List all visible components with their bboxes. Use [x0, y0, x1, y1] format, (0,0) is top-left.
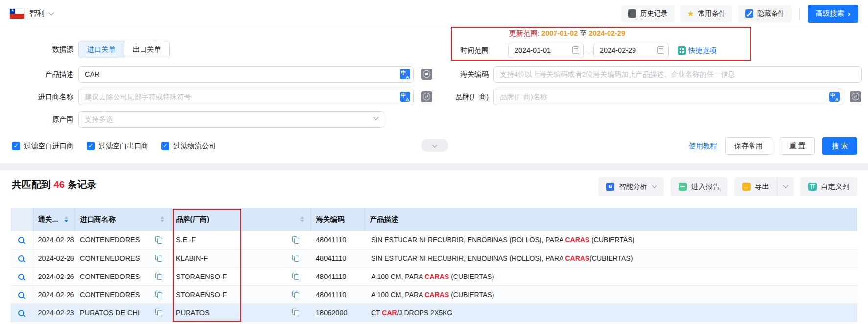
search-icon[interactable]	[18, 236, 26, 245]
copy-icon[interactable]	[155, 273, 162, 280]
table-row[interactable]: 2024-02-28CONTENEDORESKLABIN-F48041110SI…	[11, 249, 857, 267]
date-to-field	[593, 43, 669, 58]
sort-icon[interactable]	[160, 216, 164, 223]
keyword-highlight: CARAS	[424, 291, 449, 299]
brand-label: 品牌(厂商)	[430, 93, 489, 102]
translate-icon[interactable]: 中A	[400, 69, 410, 79]
tab-export-declaration[interactable]: 出口关单	[124, 41, 169, 58]
cell-product-desc: CT CAR/J DROPS 2X5KG	[365, 303, 857, 322]
checkbox-filter-blank-importer[interactable]: ✓ 过滤空白进口商	[12, 141, 74, 151]
exclude-toggle-icon[interactable]: ⇄	[850, 91, 861, 102]
collapse-filters-button[interactable]	[421, 139, 448, 152]
cell-date: 2024-02-23	[33, 303, 75, 322]
enter-report-button[interactable]: 进入报告	[671, 177, 727, 196]
column-header-importer[interactable]: 进口商名称	[75, 208, 171, 231]
importer-input[interactable]	[78, 89, 414, 105]
search-button[interactable]: 搜 索	[822, 137, 857, 155]
checkbox-filter-logistics[interactable]: ✓ 过滤物流公司	[161, 141, 216, 151]
checkbox-label: 过滤物流公司	[173, 141, 216, 151]
translate-en-glyph: A	[406, 97, 409, 102]
checkbox-checked-icon: ✓	[87, 142, 95, 150]
copy-icon[interactable]	[292, 273, 299, 280]
chevron-down-icon	[48, 10, 54, 15]
export-button[interactable]: → 导出	[734, 177, 777, 196]
advanced-search-button[interactable]: 高级搜索 ›	[808, 5, 858, 23]
copy-icon[interactable]	[292, 291, 299, 298]
column-header-date[interactable]: 通关...	[33, 208, 75, 231]
reset-button[interactable]: 重 置	[780, 137, 815, 155]
table-row[interactable]: 2024-02-26CONTENEDORESSTORAENSO-F4804111…	[11, 285, 857, 303]
hide-conditions-button[interactable]: 隐藏条件	[738, 5, 792, 22]
export-split-button: → 导出	[734, 177, 794, 196]
sort-icon[interactable]	[64, 216, 68, 223]
table-row[interactable]: 2024-02-26CONTENEDORESSTORAENSO-F4804111…	[11, 267, 857, 285]
smart-analysis-button[interactable]: BI 智能分析	[598, 177, 664, 196]
checkbox-label: 过滤空白进口商	[24, 141, 74, 151]
copy-icon[interactable]	[292, 309, 299, 316]
copy-icon[interactable]	[155, 309, 162, 316]
search-icon[interactable]	[18, 309, 26, 318]
collapse-icon	[745, 9, 753, 18]
search-icon[interactable]	[18, 255, 26, 263]
checkbox-checked-icon: ✓	[161, 142, 169, 150]
custom-columns-button[interactable]: 自定义列	[800, 177, 857, 196]
column-label: 通关...	[38, 215, 58, 224]
calendar-icon[interactable]	[657, 46, 664, 54]
brand-input[interactable]	[493, 89, 843, 105]
swap-glyph: ⇄	[423, 93, 430, 100]
table-row[interactable]: 2024-02-28CONTENEDORESS.E.-F48041110SIN …	[11, 231, 857, 249]
brand-text: PURATOS	[176, 309, 210, 317]
quick-options-link[interactable]: 快捷选项	[688, 46, 717, 55]
translate-icon[interactable]: 中A	[400, 92, 410, 102]
save-favorite-button[interactable]: 保存常用	[725, 137, 772, 155]
product-desc-input[interactable]	[78, 66, 414, 83]
copy-icon[interactable]	[155, 236, 162, 244]
search-icon[interactable]	[18, 273, 26, 281]
cell-importer: CONTENEDORES	[75, 231, 171, 249]
summary-suffix: 条记录	[67, 179, 96, 190]
copy-icon[interactable]	[292, 236, 299, 244]
column-header-desc: 产品描述	[365, 208, 857, 231]
update-range-end: 2024-02-29	[589, 29, 625, 37]
table-row[interactable]: 2024-02-23PURATOS DE CHIPURATOS18062000C…	[11, 303, 857, 322]
cell-date: 2024-02-28	[33, 231, 75, 249]
brand-text: STORAENSO-F	[176, 273, 227, 280]
report-icon	[679, 183, 687, 191]
checkbox-filter-blank-exporter[interactable]: ✓ 过滤空白出口商	[87, 141, 149, 151]
tutorial-link[interactable]: 使用教程	[689, 141, 717, 151]
tab-import-declaration[interactable]: 进口关单	[79, 41, 124, 58]
origin-country-input[interactable]	[78, 111, 384, 128]
translate-en-glyph: A	[406, 74, 409, 80]
enter-report-label: 进入报告	[691, 182, 720, 191]
search-icon[interactable]	[18, 291, 26, 300]
history-button[interactable]: 历史记录	[621, 5, 675, 22]
keyword-highlight: CARAS	[565, 236, 589, 244]
favorite-conditions-button[interactable]: ★ 常用条件	[680, 5, 732, 22]
results-toolbar: BI 智能分析 进入报告 → 导出 自定义列	[598, 177, 857, 196]
column-label: 品牌(厂商)	[176, 215, 210, 224]
hide-conditions-label: 隐藏条件	[757, 9, 785, 18]
cell-brand: PURATOS	[171, 303, 311, 322]
summary-prefix: 共匹配到	[12, 179, 51, 190]
copy-icon[interactable]	[155, 291, 162, 298]
country-selector[interactable]: 智利	[10, 8, 53, 19]
hs-code-input[interactable]	[493, 66, 862, 83]
update-range-start: 2007-01-02	[541, 29, 578, 37]
app-window: 智利 历史记录 ★ 常用条件 隐藏条件 高级搜索 › 数据源 进口	[0, 0, 868, 324]
cell-product-desc: SIN ESTUCAR NI RECUBRIR, ENBOBINAS (ROLL…	[365, 231, 857, 249]
cell-hscode: 48041110	[311, 249, 365, 267]
cell-date: 2024-02-26	[33, 267, 75, 285]
checkbox-checked-icon: ✓	[12, 142, 20, 150]
keyword-highlight: CARAS	[565, 255, 589, 262]
date-range-dash: —	[586, 46, 593, 54]
translate-icon[interactable]: 中A	[829, 92, 840, 102]
sort-icon[interactable]	[300, 216, 304, 223]
calendar-icon[interactable]	[572, 46, 579, 54]
copy-icon[interactable]	[292, 255, 299, 262]
country-label: 智利	[29, 8, 45, 19]
copy-icon[interactable]	[155, 255, 162, 262]
export-options-button[interactable]	[777, 177, 794, 196]
column-header-brand[interactable]: 品牌(厂商)	[171, 208, 311, 231]
importer-label: 进口商名称	[14, 93, 73, 102]
importer-field: 中A	[78, 89, 414, 105]
